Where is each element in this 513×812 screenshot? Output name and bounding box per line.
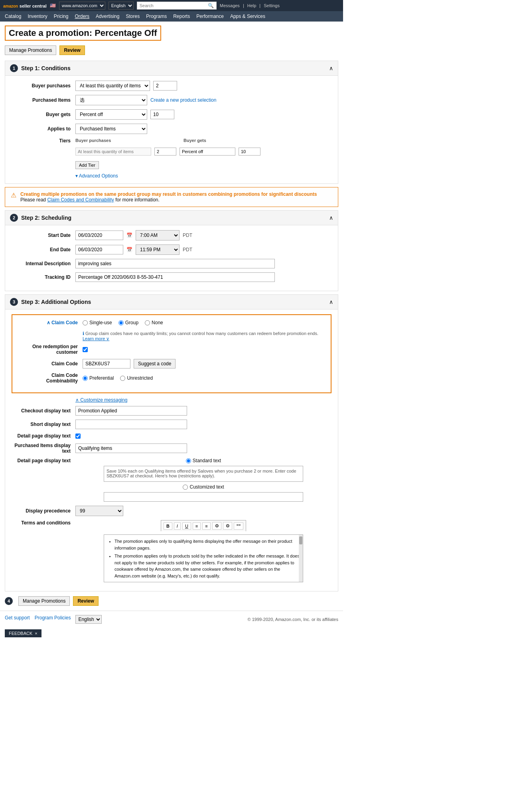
feedback-close-icon[interactable]: × [35, 631, 37, 636]
checkout-display-input[interactable] [75, 406, 187, 416]
manage-promotions-button-bottom[interactable]: Manage Promotions [18, 596, 70, 606]
customized-text-radio[interactable] [183, 485, 188, 490]
start-tz-label: PDT [183, 233, 192, 238]
tiers-qty-input[interactable] [154, 148, 176, 156]
combinability-link[interactable]: Claim Codes and Combinability [47, 197, 114, 203]
align-right-btn[interactable]: ⊙ [223, 522, 232, 530]
claim-code-toggle-label: ∧ Claim Code [19, 320, 83, 325]
purchased-items-display-input[interactable] [75, 443, 187, 453]
terms-label: Terms and conditions [12, 520, 75, 526]
feedback-bar[interactable]: FEEDBACK × [5, 629, 41, 637]
nav-stores[interactable]: Stores [126, 14, 140, 19]
detail-page-radio-label: Detail page display text [12, 458, 75, 463]
add-tier-button[interactable]: Add Tier [75, 161, 99, 169]
ordered-list-btn[interactable]: ≡ [193, 522, 201, 530]
manage-promotions-button-top[interactable]: Manage Promotions [5, 45, 56, 55]
program-policies-link[interactable]: Program Policies [35, 615, 71, 624]
help-link[interactable]: Help [247, 3, 256, 8]
preferential-option[interactable]: Preferential [83, 375, 114, 381]
nav-apps[interactable]: Apps & Services [230, 14, 265, 19]
page-title-wrap: Create a promotion: Percentage Off [0, 22, 343, 43]
step2-header[interactable]: 2 Step 2: Scheduling ∧ [5, 211, 338, 225]
page-title: Create a promotion: Percentage Off [5, 26, 161, 41]
nav-catalog[interactable]: Catalog [5, 14, 21, 19]
detail-page-checkbox[interactable] [75, 434, 81, 439]
tiers-gets-input[interactable] [180, 148, 235, 156]
underline-btn[interactable]: U [182, 522, 191, 530]
end-time-select[interactable]: 11:59 PM [136, 244, 180, 255]
tiers-gets-qty-input[interactable] [239, 148, 260, 156]
messages-link[interactable]: Messages [220, 3, 240, 8]
customized-text-input[interactable] [104, 492, 303, 502]
tiers-purchases-input[interactable] [75, 148, 151, 156]
flag-icon: 🇺🇸 [50, 3, 56, 8]
bold-btn[interactable]: B [164, 522, 172, 530]
language-select[interactable]: English [109, 2, 134, 10]
tracking-id-row: Tracking ID [12, 272, 331, 282]
start-date-input[interactable] [75, 231, 123, 240]
group-option[interactable]: Group [118, 320, 138, 325]
tracking-id-input[interactable] [75, 272, 275, 282]
purchased-items-select[interactable]: 选 [75, 95, 147, 105]
unrestricted-radio[interactable] [120, 376, 125, 381]
align-center-btn[interactable]: ⊙ [212, 522, 221, 530]
applies-to-select[interactable]: Purchased Items [75, 124, 147, 134]
customized-text-option[interactable]: Customized text [183, 484, 224, 490]
buyer-purchases-qty-input[interactable] [153, 81, 177, 91]
standard-text-radio[interactable] [186, 458, 191, 463]
nav-advertising[interactable]: Advertising [96, 14, 119, 19]
create-selection-link[interactable]: Create a new product selection [150, 97, 216, 103]
start-date-row: Start Date 📅 7:00 AM PDT [12, 230, 331, 240]
none-option[interactable]: None [145, 320, 163, 325]
suggest-code-button[interactable]: Suggest a code [134, 359, 176, 369]
display-precedence-row: Display precedence 99 [12, 506, 331, 516]
tiers-col2-header [154, 138, 180, 143]
terms-content[interactable]: The promotion applies only to qualifying… [104, 534, 303, 582]
review-button-bottom[interactable]: Review [73, 596, 98, 606]
buyer-gets-select[interactable]: Percent off [75, 109, 147, 120]
domain-select[interactable]: www.amazon.com [59, 2, 105, 10]
unrestricted-option[interactable]: Unrestricted [120, 375, 153, 381]
single-use-option[interactable]: Single-use [83, 320, 112, 325]
standard-text-option[interactable]: Standard text [186, 458, 221, 463]
short-display-input[interactable] [75, 420, 187, 429]
start-time-select[interactable]: 7:00 AM [136, 230, 180, 240]
buyer-gets-qty-input[interactable] [150, 110, 174, 119]
one-redemption-checkbox[interactable] [83, 347, 88, 352]
advanced-options-link[interactable]: ▾ Advanced Options [75, 173, 331, 179]
scroll-bar[interactable] [299, 535, 303, 582]
buyer-gets-row: Buyer gets Percent off [12, 109, 331, 120]
nav-pricing[interactable]: Pricing [54, 14, 69, 19]
preferential-radio[interactable] [83, 376, 88, 381]
get-support-link[interactable]: Get support [5, 615, 30, 624]
end-date-input[interactable] [75, 245, 123, 254]
internal-desc-input[interactable] [75, 259, 275, 268]
nav-inventory[interactable]: Inventory [28, 14, 47, 19]
learn-more-link[interactable]: Learn more ∨ [83, 336, 109, 341]
step1-header[interactable]: 1 Step 1: Conditions ∧ [5, 61, 338, 76]
buyer-purchases-select[interactable]: At least this quantity of items [75, 81, 150, 91]
tracking-id-label: Tracking ID [12, 274, 75, 280]
claim-code-value-label: Claim Code [19, 361, 83, 367]
settings-link[interactable]: Settings [264, 3, 280, 8]
nav-performance[interactable]: Performance [196, 14, 224, 19]
quote-btn[interactable]: "" [234, 522, 243, 530]
none-radio[interactable] [145, 320, 150, 325]
unordered-list-btn[interactable]: ≡ [202, 522, 210, 530]
group-radio[interactable] [118, 320, 124, 325]
step3-title: 3 Step 3: Additional Options [10, 298, 91, 306]
step3-header[interactable]: 3 Step 3: Additional Options ∧ [5, 295, 338, 309]
search-input[interactable] [140, 3, 208, 8]
end-date-label: End Date [12, 247, 75, 252]
single-use-radio[interactable] [83, 320, 88, 325]
review-button-top[interactable]: Review [59, 45, 85, 55]
footer-language-select[interactable]: English [75, 615, 102, 624]
nav-orders[interactable]: Orders [75, 14, 89, 19]
nav-reports[interactable]: Reports [173, 14, 190, 19]
customize-messaging-toggle[interactable]: ∧ Customize messaging [75, 397, 331, 403]
nav-programs[interactable]: Programs [146, 14, 167, 19]
claim-code-toggle[interactable]: ∧ Claim Code [47, 320, 78, 325]
display-precedence-select[interactable]: 99 [75, 506, 123, 516]
claim-code-input[interactable] [83, 359, 130, 369]
italic-btn[interactable]: I [174, 522, 181, 530]
